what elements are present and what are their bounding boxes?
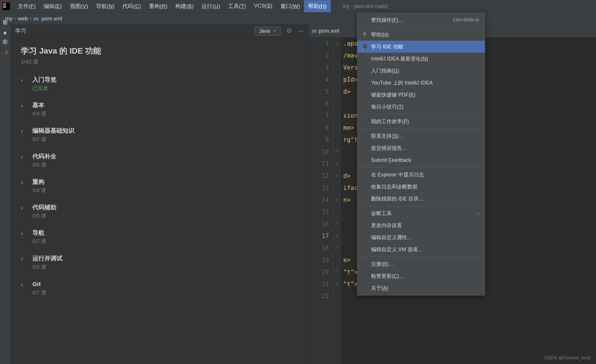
- menu-视图v[interactable]: 视图(V): [66, 0, 92, 12]
- help-menu-item[interactable]: 删除残留的 IDE 目录…: [357, 193, 485, 205]
- menu-帮助h[interactable]: 帮助(H): [304, 0, 330, 12]
- menu-导航n[interactable]: 导航(N): [92, 0, 118, 12]
- menu-item-label: 编辑自定义属性…: [371, 234, 479, 241]
- menu-item-label: YouTube 上的 IntelliJ IDEA: [371, 79, 479, 86]
- tool-learn[interactable]: 🎓 学习: [1, 46, 9, 58]
- menu-运行u[interactable]: 运行(U): [197, 0, 224, 12]
- menu-item-label: 更改内存设置: [371, 222, 479, 229]
- watermark: CSDN @Forever_food: [544, 355, 590, 361]
- help-menu-item[interactable]: IntelliJ IDEA 最新变化(N): [357, 53, 485, 65]
- lesson-done-label: 已完成: [32, 85, 56, 92]
- menu-构建b[interactable]: 构建(B): [171, 0, 197, 12]
- help-menu-item[interactable]: 关于(A): [357, 282, 485, 294]
- help-menu-item[interactable]: 编辑自定义 VM 选项…: [357, 243, 485, 255]
- menu-item-label: Submit Feedback: [371, 157, 479, 163]
- help-menu-item[interactable]: 检查更新(C)…: [357, 270, 485, 282]
- minimize-icon[interactable]: —: [298, 27, 304, 35]
- menu-item-label: 入门指南(G): [371, 67, 479, 74]
- help-menu-dropdown: 查找操作(F)…Ctrl+Shift+A?帮助(H)🎓学习 IDE 功能Inte…: [357, 13, 485, 296]
- menu-代码c[interactable]: 代码(C): [118, 0, 145, 12]
- menu-item-label: 检查更新(C)…: [371, 273, 479, 280]
- learn-heading: 学习 Java 的 IDE 功能: [21, 46, 298, 56]
- chevron-down-icon: ▼: [273, 29, 276, 33]
- menu-工具t[interactable]: 工具(T): [224, 0, 250, 12]
- chevron-right-icon: ›: [21, 281, 26, 288]
- menu-窗口w[interactable]: 窗口(W): [277, 0, 304, 12]
- editor-tab-pom[interactable]: m pom.xml: [312, 28, 339, 34]
- learn-panel-title: 学习: [15, 27, 26, 35]
- menu-item-label: 查找操作(F)…: [371, 17, 449, 23]
- breadcrumb-file[interactable]: pom.xml: [42, 15, 62, 22]
- help-menu-item[interactable]: YouTube 上的 IntelliJ IDEA: [357, 77, 485, 89]
- lesson-item[interactable]: ›代码补全0/5 课: [21, 153, 298, 168]
- menu-item-label: 每日小技巧(T): [371, 103, 479, 110]
- lesson-progress: 0/4 课: [32, 187, 46, 194]
- help-menu-item[interactable]: 键盘快捷键 PDF(K): [357, 89, 485, 101]
- lesson-name: 导航: [32, 229, 46, 236]
- lesson-item[interactable]: ›导航0/7 课: [21, 229, 298, 245]
- chevron-right-icon: ›: [477, 210, 479, 217]
- learn-panel: 学习 Java ▼ ⚙ — 学习 Java 的 IDE 功能 1/42 课 ›入…: [11, 25, 309, 364]
- help-menu-item[interactable]: 提交错误报告…: [357, 142, 485, 154]
- help-menu-item[interactable]: 联系支持(S)…: [357, 130, 485, 142]
- lesson-progress: 0/7 课: [32, 289, 46, 296]
- window-title: my - pom.xml (web): [343, 3, 388, 9]
- lesson-progress: 0/2 课: [32, 264, 62, 271]
- app-logo-icon: [2, 2, 10, 10]
- menu-item-label: 我的工作效率(P): [371, 118, 479, 125]
- lesson-item[interactable]: ›重构0/4 课: [21, 178, 298, 194]
- menu-item-label: 注册(R)…: [371, 261, 479, 267]
- breadcrumb: my › web › m pom.xml: [0, 13, 596, 25]
- menu-文件f[interactable]: 文件(F): [14, 0, 40, 12]
- lesson-item[interactable]: ›入门导览已完成: [21, 76, 298, 92]
- lesson-progress: 0/5 课: [32, 213, 56, 219]
- lesson-name: 入门导览: [32, 76, 56, 83]
- folder-icon: ■: [2, 30, 8, 36]
- chevron-right-icon: ›: [21, 204, 26, 211]
- help-menu-item[interactable]: 编辑自定义属性…: [357, 231, 485, 243]
- menu-编辑e[interactable]: 编辑(E): [40, 0, 66, 12]
- menu-item-label: 提交错误报告…: [371, 145, 479, 151]
- line-gutter: 12345678910111213141516171819202122: [309, 38, 333, 364]
- lesson-item[interactable]: ›Git0/7 课: [21, 280, 298, 296]
- help-menu-item[interactable]: 注册(R)…: [357, 258, 485, 270]
- lesson-progress: 0/5 课: [32, 162, 56, 168]
- help-menu-item[interactable]: 我的工作效率(P): [357, 115, 485, 127]
- breadcrumb-root[interactable]: my: [5, 15, 12, 22]
- graduation-cap-icon: 🎓: [361, 44, 368, 50]
- lesson-item[interactable]: ›代码辅助0/5 课: [21, 204, 298, 219]
- help-menu-item[interactable]: 诊断工具›: [357, 207, 485, 219]
- lesson-progress: 0/7 课: [32, 136, 74, 143]
- menu-item-label: 学习 IDE 功能: [371, 43, 479, 50]
- help-menu-item[interactable]: 更改内存设置: [357, 219, 485, 231]
- menu-item-label: IntelliJ IDEA 最新变化(N): [371, 55, 479, 62]
- menu-item-label: 编辑自定义 VM 选项…: [371, 246, 479, 253]
- maven-file-icon: m: [312, 28, 317, 34]
- language-select[interactable]: Java ▼: [255, 27, 281, 36]
- help-icon: ?: [361, 32, 368, 38]
- help-menu-item[interactable]: Submit Feedback: [357, 154, 485, 166]
- lesson-item[interactable]: ›编辑器基础知识0/7 课: [21, 127, 298, 143]
- help-menu-item[interactable]: 查找操作(F)…Ctrl+Shift+A: [357, 14, 485, 26]
- menu-vcss[interactable]: VCS(S): [250, 0, 276, 12]
- chevron-right-icon: ›: [30, 15, 32, 22]
- maven-file-icon: m: [34, 15, 39, 22]
- svg-rect-2: [3, 7, 6, 7]
- chevron-right-icon: ›: [21, 230, 26, 237]
- menu-重构r[interactable]: 重构(R): [145, 0, 171, 12]
- learn-header: 学习 Java ▼ ⚙ —: [11, 25, 309, 38]
- lesson-item[interactable]: ›运行并调试0/2 课: [21, 255, 298, 270]
- help-menu-item[interactable]: 收集日志和诊断数据: [357, 181, 485, 193]
- help-menu-item[interactable]: 每日小技巧(T): [357, 101, 485, 113]
- gear-icon[interactable]: ⚙: [286, 27, 292, 35]
- lesson-progress: 0/4 课: [32, 110, 46, 117]
- help-menu-item[interactable]: ?帮助(H): [357, 29, 485, 41]
- breadcrumb-module[interactable]: web: [18, 15, 28, 22]
- lesson-item[interactable]: ›基本0/4 课: [21, 101, 298, 117]
- help-menu-item[interactable]: 在 Explorer 中显示日志: [357, 169, 485, 181]
- chevron-right-icon: ›: [21, 77, 26, 83]
- help-menu-item[interactable]: 入门指南(G): [357, 65, 485, 77]
- help-menu-item[interactable]: 🎓学习 IDE 功能: [357, 41, 485, 53]
- lesson-name: Git: [32, 280, 46, 288]
- tool-project[interactable]: ■ 项目: [1, 27, 9, 38]
